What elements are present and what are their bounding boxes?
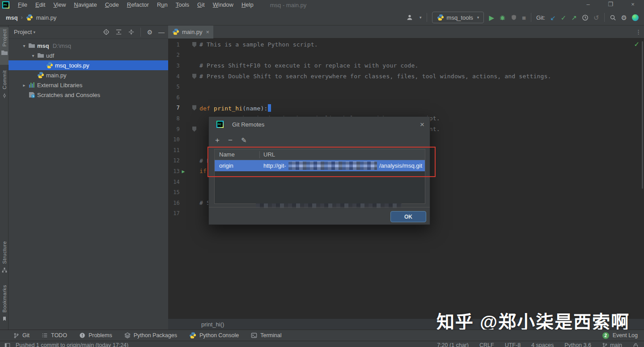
tool-window-python-packages[interactable]: Python Packages (124, 332, 177, 339)
locate-file-button[interactable] (103, 29, 110, 35)
lock-icon[interactable] (633, 343, 639, 347)
python-icon (437, 14, 444, 21)
left-tool-window-stripe: Project Commit Structure Bookmarks (0, 25, 8, 330)
restore-button[interactable]: ❐ (599, 0, 622, 10)
code-line-4[interactable]: 4 # Press Double Shift to search everywh… (168, 71, 644, 82)
git-update-button[interactable]: ↙ (550, 14, 556, 21)
tool-window-todo[interactable]: TODO (42, 332, 67, 339)
menu-help[interactable]: Help (237, 0, 258, 10)
inspections-ok-icon[interactable]: ✓ (634, 40, 640, 48)
collapse-all-button[interactable] (128, 29, 135, 35)
git-history-button[interactable] (582, 14, 589, 21)
menu-tools[interactable]: Tools (172, 0, 193, 10)
git-rollback-button[interactable]: ↺ (593, 14, 599, 21)
code-line-6[interactable]: 6 (168, 92, 644, 103)
remove-remote-button[interactable]: − (228, 136, 233, 144)
column-name[interactable]: Name (215, 151, 259, 158)
status-encoding[interactable]: UTF-8 (505, 342, 521, 347)
code-with-me-icon[interactable] (632, 14, 639, 21)
edit-remote-button[interactable]: ✎ (241, 137, 247, 144)
close-button[interactable]: × (622, 0, 644, 10)
panel-settings-button[interactable]: ⚙ (147, 29, 153, 35)
tree-item-external-libraries[interactable]: ▸ External Libraries (8, 80, 168, 90)
tool-window-switcher-icon[interactable] (4, 343, 10, 347)
stripe-bookmarks[interactable]: Bookmarks (0, 283, 8, 332)
menu-file[interactable]: File (14, 0, 31, 10)
project-view-chevron-icon[interactable]: ▾ (33, 30, 35, 34)
breadcrumb-file[interactable]: main.py (36, 14, 57, 21)
tree-item-main-py[interactable]: main.py (8, 70, 168, 80)
tree-item-scratches[interactable]: Scratches and Consoles (8, 90, 168, 100)
tool-window-problems[interactable]: Problems (79, 332, 112, 339)
dialog-close-icon[interactable]: × (420, 121, 424, 128)
code-line-1[interactable]: 1 # This is a sample Python script. (168, 39, 644, 50)
status-caret-position[interactable]: 7:20 (1 char) (437, 342, 469, 347)
tool-window-terminal[interactable]: Terminal (251, 332, 281, 339)
menu-code[interactable]: Code (101, 0, 123, 10)
menu-navigate[interactable]: Navigate (70, 0, 101, 10)
fold-marker-icon[interactable] (192, 42, 196, 47)
run-configuration-select[interactable]: msq_tools ▾ (432, 12, 484, 23)
pycharm-logo-icon: PC (216, 121, 224, 128)
code-line-3[interactable]: 3 # Press Shift+F10 to execute it or rep… (168, 60, 644, 71)
remote-row-origin[interactable]: origin http://git- /analysis/msq.git (215, 160, 425, 171)
chevron-down-icon[interactable]: ▾ (20, 43, 28, 48)
ok-button[interactable]: OK (390, 211, 426, 222)
dialog-title-bar: PC Git Remotes × (209, 117, 430, 132)
stop-button[interactable]: ■ (522, 14, 526, 21)
expand-all-button[interactable] (115, 29, 122, 35)
search-everywhere-button[interactable] (610, 14, 616, 21)
code-line-2[interactable]: 2 (168, 50, 644, 61)
dialog-title: Git Remotes (232, 121, 264, 128)
settings-button[interactable]: ⚙ (621, 14, 627, 21)
fold-marker-icon[interactable] (192, 105, 196, 110)
project-panel-title[interactable]: Project (14, 29, 32, 35)
chevron-down-icon[interactable]: ▾ (29, 53, 37, 58)
stripe-commit[interactable]: Commit (0, 68, 8, 111)
bottom-tool-window-bar: Git TODO Problems Python Packages Python… (0, 330, 644, 341)
run-button[interactable]: ▶ (489, 14, 494, 21)
menu-refactor[interactable]: Refactor (123, 0, 153, 10)
tree-item-msq-root[interactable]: ▾ msq D:\msq (8, 41, 168, 51)
status-interpreter[interactable]: Python 3.6 (564, 342, 591, 347)
editor-scrollbar[interactable] (642, 41, 643, 189)
menu-view[interactable]: View (49, 0, 70, 10)
run-config-chevron-icon: ▾ (477, 15, 479, 20)
git-push-button[interactable]: ↗ (571, 14, 577, 21)
tab-options-icon[interactable]: ⋮ (636, 29, 644, 35)
stripe-structure[interactable]: Structure (0, 239, 8, 280)
tool-window-git[interactable]: Git (13, 332, 30, 339)
chevron-right-icon[interactable]: ▸ (20, 83, 28, 88)
status-line-separator[interactable]: CRLF (479, 342, 494, 347)
debug-button[interactable] (499, 14, 506, 21)
menu-edit[interactable]: Edit (31, 0, 49, 10)
hide-panel-button[interactable]: — (158, 29, 165, 36)
event-log-button[interactable]: 2 Event Log (602, 332, 644, 339)
user-icon[interactable] (406, 14, 413, 21)
coverage-button[interactable] (511, 14, 517, 21)
add-remote-button[interactable]: + (215, 136, 220, 144)
tool-window-python-console[interactable]: Python Console (189, 332, 239, 339)
fold-marker-icon[interactable] (192, 127, 196, 132)
git-branch-icon (13, 333, 19, 339)
git-commit-button[interactable]: ✓ (561, 14, 567, 21)
breadcrumb-project[interactable]: msq (6, 14, 18, 21)
minimize-button[interactable]: – (577, 0, 599, 10)
code-line-7[interactable]: 7 def print_hi(name): (168, 103, 644, 114)
stripe-project[interactable]: Project (0, 27, 8, 65)
status-git-branch[interactable]: main (602, 342, 622, 347)
run-line-icon[interactable]: ▶ (182, 169, 185, 174)
tab-main-py[interactable]: main.py × (168, 25, 213, 38)
status-message[interactable]: Pushed 1 commit to origin/main (today 17… (16, 342, 128, 347)
column-url[interactable]: URL (260, 151, 275, 158)
status-indent[interactable]: 4 spaces (531, 342, 554, 347)
remote-name-cell: origin (215, 162, 259, 169)
menu-window[interactable]: Window (209, 0, 237, 10)
fold-marker-icon[interactable] (192, 74, 196, 79)
code-line-5[interactable]: 5 (168, 81, 644, 92)
menu-git[interactable]: Git (193, 0, 209, 10)
tab-close-icon[interactable]: × (206, 29, 210, 35)
tree-item-udf[interactable]: ▾ udf (8, 51, 168, 60)
menu-run[interactable]: Run (153, 0, 172, 10)
tree-item-msq-tools-py[interactable]: msq_tools.py (8, 60, 168, 70)
